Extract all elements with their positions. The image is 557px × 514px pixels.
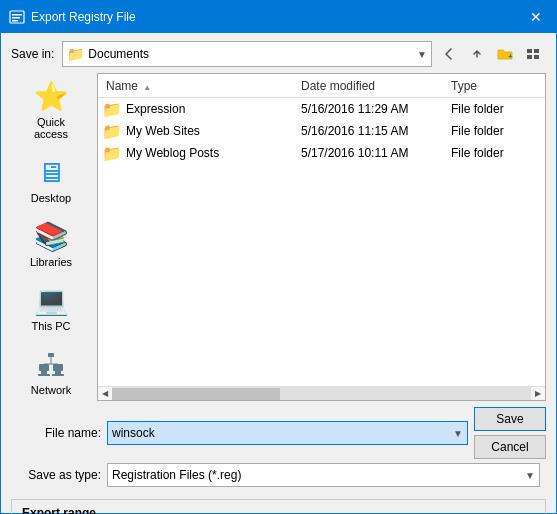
file-icon-2: 📁 (102, 144, 122, 163)
back-button[interactable] (436, 41, 462, 67)
scroll-left-button[interactable]: ◀ (98, 387, 112, 401)
file-type-1: File folder (451, 124, 541, 138)
file-name-1: My Web Sites (126, 124, 301, 138)
svg-text:+: + (508, 52, 513, 61)
up-button[interactable] (464, 41, 490, 67)
svg-rect-2 (12, 17, 20, 19)
file-name-2: My Weblog Posts (126, 146, 301, 160)
svg-rect-14 (52, 374, 64, 376)
sidebar: ⭐ Quick access 🖥 Desktop 📚 Libraries 💻 T… (11, 73, 91, 401)
filename-input[interactable] (112, 426, 453, 440)
dialog-title: Export Registry File (31, 10, 524, 24)
save-in-row: Save in: 📁 Documents ▼ + (11, 41, 546, 67)
sort-arrow-icon: ▲ (143, 83, 151, 92)
cancel-button[interactable]: Cancel (474, 435, 546, 459)
new-folder-button[interactable]: + (492, 41, 518, 67)
sidebar-item-this-pc-label: This PC (31, 320, 70, 332)
svg-rect-1 (12, 14, 22, 16)
svg-rect-12 (53, 364, 63, 371)
savetype-row: Save as type: Registration Files (*.reg)… (11, 463, 546, 487)
save-in-combo[interactable]: 📁 Documents ▼ (62, 41, 432, 67)
file-icon-1: 📁 (102, 122, 122, 141)
toolbar-buttons: + (436, 41, 546, 67)
sidebar-item-this-pc[interactable]: 💻 This PC (13, 277, 89, 337)
savetype-label: Save as type: (11, 468, 101, 482)
svg-rect-6 (534, 49, 539, 53)
title-bar: Export Registry File ✕ (1, 1, 556, 33)
file-date-0: 5/16/2016 11:29 AM (301, 102, 451, 116)
form-rows: File name: ▼ Save Cancel Save as type: R… (11, 407, 546, 487)
scroll-thumb (112, 388, 280, 400)
sidebar-item-libraries[interactable]: 📚 Libraries (13, 213, 89, 273)
svg-rect-10 (41, 371, 47, 374)
this-pc-icon: 💻 (33, 282, 69, 318)
sidebar-item-network-label: Network (31, 384, 71, 396)
horizontal-scrollbar[interactable]: ◀ ▶ (98, 386, 545, 400)
file-icon-0: 📁 (102, 100, 122, 119)
table-row[interactable]: 📁 Expression 5/16/2016 11:29 AM File fol… (98, 98, 545, 120)
col-name-header[interactable]: Name ▲ (102, 79, 301, 93)
view-button[interactable] (520, 41, 546, 67)
sidebar-item-desktop-label: Desktop (31, 192, 71, 204)
sidebar-item-quick-access[interactable]: ⭐ Quick access (13, 73, 89, 145)
svg-rect-7 (527, 55, 532, 59)
table-row[interactable]: 📁 My Web Sites 5/16/2016 11:15 AM File f… (98, 120, 545, 142)
export-registry-dialog: Export Registry File ✕ Save in: 📁 Docume… (0, 0, 557, 514)
export-range-title: Export range (22, 506, 535, 514)
desktop-icon: 🖥 (33, 154, 69, 190)
file-area: Name ▲ Date modified Type 📁 Expression 5… (97, 73, 546, 401)
sidebar-item-desktop[interactable]: 🖥 Desktop (13, 149, 89, 209)
savetype-select[interactable]: Registration Files (*.reg) ▼ (107, 463, 540, 487)
col-type-header[interactable]: Type (451, 79, 541, 93)
file-type-0: File folder (451, 102, 541, 116)
file-date-2: 5/17/2016 10:11 AM (301, 146, 451, 160)
close-button[interactable]: ✕ (524, 7, 548, 27)
file-list-header: Name ▲ Date modified Type (98, 74, 545, 98)
dialog-body: Save in: 📁 Documents ▼ + (1, 33, 556, 514)
sidebar-item-libraries-label: Libraries (30, 256, 72, 268)
savetype-arrow-icon: ▼ (525, 470, 535, 481)
action-buttons: Save Cancel (474, 407, 546, 459)
libraries-icon: 📚 (33, 218, 69, 254)
svg-rect-11 (38, 374, 50, 376)
svg-rect-3 (12, 20, 18, 22)
svg-rect-15 (48, 353, 54, 357)
svg-rect-9 (39, 364, 49, 371)
save-in-value: Documents (88, 47, 417, 61)
filename-label: File name: (11, 426, 101, 440)
svg-rect-13 (55, 371, 61, 374)
filename-row: File name: ▼ Save Cancel (11, 407, 546, 459)
file-date-1: 5/16/2016 11:15 AM (301, 124, 451, 138)
col-date-header[interactable]: Date modified (301, 79, 451, 93)
main-area: ⭐ Quick access 🖥 Desktop 📚 Libraries 💻 T… (11, 73, 546, 401)
save-in-folder-icon: 📁 (67, 46, 84, 62)
svg-rect-5 (527, 49, 532, 53)
save-in-arrow-icon: ▼ (417, 49, 427, 60)
network-icon (33, 346, 69, 382)
sidebar-item-quick-access-label: Quick access (20, 116, 82, 140)
dialog-icon (9, 9, 25, 25)
file-list: 📁 Expression 5/16/2016 11:29 AM File fol… (98, 98, 545, 386)
save-in-label: Save in: (11, 47, 54, 61)
file-type-2: File folder (451, 146, 541, 160)
scroll-track[interactable] (112, 387, 531, 401)
filename-input-wrapper[interactable]: ▼ (107, 421, 468, 445)
scroll-right-button[interactable]: ▶ (531, 387, 545, 401)
quick-access-icon: ⭐ (33, 78, 69, 114)
table-row[interactable]: 📁 My Weblog Posts 5/17/2016 10:11 AM Fil… (98, 142, 545, 164)
sidebar-item-network[interactable]: Network (13, 341, 89, 401)
save-button[interactable]: Save (474, 407, 546, 431)
filename-dropdown-icon[interactable]: ▼ (453, 428, 463, 439)
file-name-0: Expression (126, 102, 301, 116)
savetype-value: Registration Files (*.reg) (112, 468, 525, 482)
export-range-section: Export range All Selected branch HKEY_LO… (11, 499, 546, 514)
svg-rect-8 (534, 55, 539, 59)
